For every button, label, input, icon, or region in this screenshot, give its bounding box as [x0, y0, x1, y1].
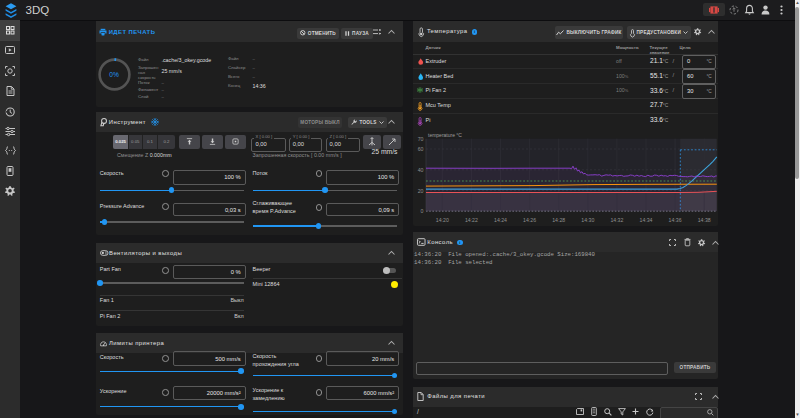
svg-text:60: 60 [417, 146, 423, 152]
svg-text:14:24: 14:24 [494, 216, 507, 222]
svg-text:14:34: 14:34 [639, 216, 652, 222]
svg-text:14:28: 14:28 [552, 216, 565, 222]
svg-text:14:30: 14:30 [581, 216, 594, 222]
svg-text:14:32: 14:32 [610, 216, 623, 222]
svg-text:70: 70 [417, 136, 423, 142]
svg-text:14:26: 14:26 [523, 216, 536, 222]
svg-text:0: 0 [420, 208, 423, 214]
svg-text:14:36: 14:36 [668, 216, 681, 222]
svg-text:40: 40 [417, 167, 423, 173]
svg-text:20: 20 [417, 188, 423, 194]
svg-text:temperature °C: temperature °C [428, 131, 462, 137]
svg-text:14:20: 14:20 [435, 216, 448, 222]
svg-text:14:38: 14:38 [697, 216, 710, 222]
svg-text:14:22: 14:22 [464, 216, 477, 222]
